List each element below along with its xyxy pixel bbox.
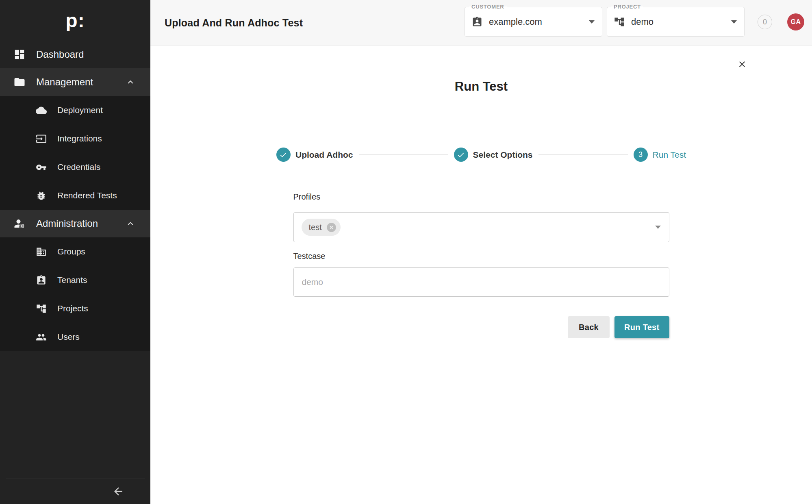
arrow-left-icon [112,485,124,497]
badge-icon [36,275,47,286]
sidebar-item-label: Rendered Tests [57,191,117,200]
admin-person-gear-icon [13,217,26,230]
check-icon [279,151,287,159]
dashboard-icon [13,48,26,61]
users-icon [36,332,47,343]
close-button[interactable] [735,57,749,72]
project-select-value: demo [631,17,654,27]
sidebar-item-label: Administration [36,218,98,229]
building-icon [36,246,47,257]
project-tree-icon [36,303,47,314]
sidebar-item-integrations[interactable]: Integrations [0,124,150,153]
testcase-input[interactable] [293,267,669,297]
stepper: Upload Adhoc Select Options 3 Run Test [293,148,669,162]
sidebar-item-label: Deployment [57,105,103,115]
back-button[interactable]: Back [568,316,610,338]
sidebar-item-label: Groups [57,247,85,256]
sidebar-item-label: Tenants [57,275,87,285]
bug-icon [36,190,47,201]
sidebar-item-deployment[interactable]: Deployment [0,96,150,124]
topbar: Upload And Run Adhoc Test CUSTOMER examp… [150,0,812,46]
step-label: Select Options [473,150,533,160]
sidebar-item-label: Management [36,76,93,88]
profiles-multiselect[interactable]: test [293,212,669,242]
profiles-label: Profiles [293,192,669,202]
sidebar-item-users[interactable]: Users [0,323,150,351]
chip-remove-button[interactable] [326,222,337,233]
chevron-down-icon [731,20,737,24]
sidebar-item-label: Users [57,332,80,342]
main-area: Upload And Run Adhoc Test CUSTOMER examp… [150,0,812,504]
chevron-down-icon [655,226,661,229]
sidebar-item-management[interactable]: Management [0,68,150,96]
step-check-circle [454,148,468,162]
step-run-test[interactable]: 3 Run Test [634,148,686,162]
step-label: Upload Adhoc [295,150,353,160]
notification-count-badge[interactable]: 0 [758,15,772,29]
sidebar-item-credentials[interactable]: Credentials [0,153,150,181]
sidebar-item-label: Projects [57,304,88,313]
app-logo[interactable]: p: [0,0,150,41]
sidebar-item-dashboard[interactable]: Dashboard [0,41,150,68]
chevron-up-icon [125,218,136,229]
management-submenu: Deployment Integrations Credentials Rend… [0,96,150,210]
chevron-down-icon [589,20,595,24]
wizard-title: Run Test [293,80,669,93]
user-avatar[interactable]: GA [787,13,804,30]
sidebar-footer [6,478,145,504]
chevron-up-icon [125,77,136,87]
testcase-label: Testcase [293,251,669,261]
collapse-sidebar-button[interactable] [112,485,124,497]
sidebar-item-tenants[interactable]: Tenants [0,266,150,294]
project-select[interactable]: PROJECT demo [607,7,745,37]
customer-select-label: CUSTOMER [469,4,507,10]
sidebar-item-administration[interactable]: Administration [0,210,150,237]
step-label: Run Test [653,150,686,160]
step-connector [538,154,628,155]
customer-select-value: example.com [489,17,542,27]
page-title: Upload And Run Adhoc Test [165,17,303,29]
sidebar-item-rendered-tests[interactable]: Rendered Tests [0,181,150,210]
folder-icon [13,76,26,88]
check-icon [457,151,465,159]
step-number-circle: 3 [634,148,648,162]
step-connector [359,154,448,155]
profile-chip-label: test [309,223,322,232]
step-check-circle [276,148,291,162]
step-select-options[interactable]: Select Options [454,148,533,162]
sidebar: p: Dashboard Management Deployment Integ… [0,0,150,504]
sidebar-item-groups[interactable]: Groups [0,237,150,266]
customer-badge-icon [471,16,483,28]
integration-icon [36,133,47,144]
sidebar-item-label: Dashboard [36,49,84,60]
administration-submenu: Groups Tenants Projects Users [0,237,150,351]
sidebar-item-label: Credentials [57,162,100,172]
run-test-button[interactable]: Run Test [614,316,669,338]
wizard-actions: Back Run Test [293,316,669,338]
project-tree-icon [614,16,625,28]
chip-close-icon [326,222,337,233]
key-icon [36,162,47,173]
close-icon [737,59,747,70]
wizard-column: Run Test Upload Adhoc Select Options [293,46,669,338]
cloud-icon [36,105,47,116]
sidebar-item-label: Integrations [57,134,102,143]
profile-chip: test [302,219,341,236]
run-test-panel: Run Test Upload Adhoc Select Options [150,46,812,504]
sidebar-item-projects[interactable]: Projects [0,294,150,323]
app-window: p: Dashboard Management Deployment Integ… [0,0,812,504]
customer-select[interactable]: CUSTOMER example.com [465,7,602,37]
step-upload-adhoc[interactable]: Upload Adhoc [276,148,353,162]
project-select-label: PROJECT [611,4,643,10]
